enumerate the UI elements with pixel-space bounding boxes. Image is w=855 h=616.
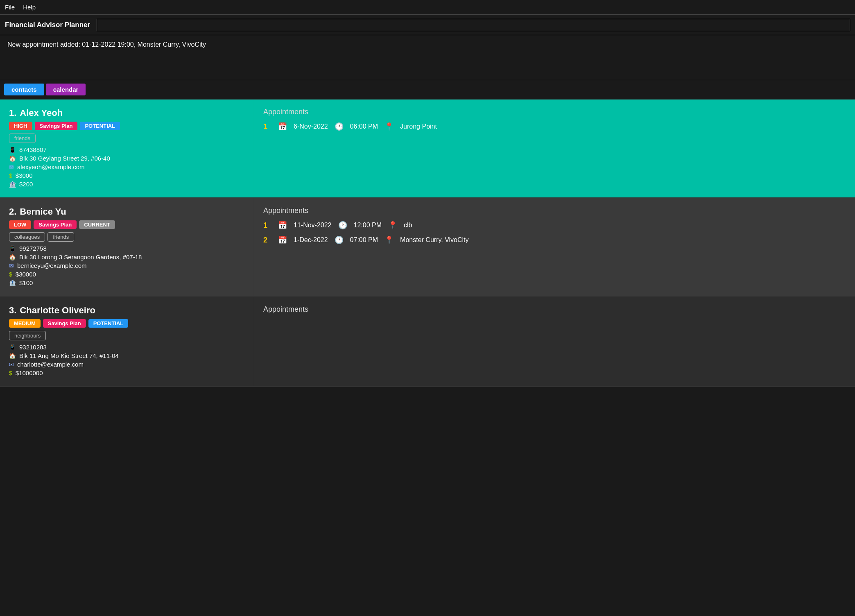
title-input[interactable]	[97, 19, 850, 31]
icon-email: ✉	[9, 263, 14, 269]
appt-time: 07:00 PM	[350, 236, 378, 244]
contact-info: 📱93210283🏠Blk 11 Ang Mo Kio Street 74, #…	[9, 344, 245, 376]
contact-info-row: 🏦$100	[9, 279, 245, 286]
appt-date: 1-Dec-2022	[294, 236, 328, 244]
contact-list: 1.Alex YeohHIGHSavings PlanPOTENTIALfrie…	[0, 100, 855, 387]
appt-num: 2	[263, 236, 271, 245]
badge-status: CURRENT	[79, 220, 115, 229]
badge-plan: Savings Plan	[43, 319, 86, 328]
tab-calendar[interactable]: calendar	[46, 84, 86, 95]
title-bar: Financial Advisor Planner	[0, 15, 855, 35]
contact-info-value: alexyeoh@example.com	[17, 163, 84, 170]
contact-name: 1.Alex Yeoh	[9, 108, 245, 118]
tabs-bar: contacts calendar	[0, 80, 855, 100]
calendar-icon: 📅	[278, 122, 287, 131]
badge-priority: LOW	[9, 220, 31, 229]
contact-info-value: Blk 11 Ang Mo Kio Street 74, #11-04	[19, 352, 119, 359]
contact-badges-primary: MEDIUMSavings PlanPOTENTIAL	[9, 319, 245, 328]
contact-badges-tags: friends	[9, 134, 245, 143]
icon-home: 🏠	[9, 353, 16, 359]
contact-info: 📱99272758🏠Blk 30 Lorong 3 Serangoon Gard…	[9, 245, 245, 286]
contact-right: Appointments 1 📅 11-Nov-2022 🕐 12:00 PM …	[254, 198, 855, 296]
contact-card: 3.Charlotte OliveiroMEDIUMSavings PlanPO…	[0, 297, 855, 387]
badge-tag: colleagues	[9, 232, 45, 242]
badge-tag: friends	[48, 232, 74, 242]
contact-info-row: ✉berniceyu@example.com	[9, 262, 245, 269]
appointments-title: Appointments	[263, 305, 846, 314]
contact-badges-tags: colleaguesfriends	[9, 232, 245, 242]
contact-info-value: $100	[19, 279, 33, 286]
icon-money: $	[9, 271, 12, 278]
location-icon: 📍	[388, 221, 397, 230]
app-title: Financial Advisor Planner	[5, 21, 90, 29]
appt-location: clb	[404, 222, 412, 229]
badge-status: POTENTIAL	[80, 122, 120, 130]
appt-num: 1	[263, 122, 271, 131]
contact-badges-primary: LOWSavings PlanCURRENT	[9, 220, 245, 229]
contact-info-row: 📱87438807	[9, 146, 245, 153]
clock-icon: 🕐	[335, 122, 344, 131]
badge-plan: Savings Plan	[35, 122, 78, 130]
contact-badges-primary: HIGHSavings PlanPOTENTIAL	[9, 122, 245, 130]
notification-message: New appointment added: 01-12-2022 19:00,…	[7, 41, 206, 48]
contact-info-row: $$3000	[9, 172, 245, 179]
notification-bar: New appointment added: 01-12-2022 19:00,…	[0, 35, 855, 80]
contact-left: 3.Charlotte OliveiroMEDIUMSavings PlanPO…	[0, 297, 254, 386]
contact-info-value: charlotte@example.com	[17, 361, 84, 368]
location-icon: 📍	[385, 122, 394, 131]
badge-status: POTENTIAL	[88, 319, 129, 328]
contact-left: 2.Bernice YuLOWSavings PlanCURRENTcollea…	[0, 198, 254, 296]
icon-email: ✉	[9, 164, 14, 170]
appt-time: 12:00 PM	[354, 222, 382, 229]
appt-date: 11-Nov-2022	[294, 222, 332, 229]
contact-info-value: Blk 30 Lorong 3 Serangoon Gardens, #07-1…	[19, 254, 142, 260]
menu-help[interactable]: Help	[23, 4, 36, 11]
contact-info-row: ✉alexyeoh@example.com	[9, 163, 245, 170]
contact-info-row: 🏠Blk 11 Ang Mo Kio Street 74, #11-04	[9, 352, 245, 359]
contact-info-value: berniceyu@example.com	[17, 262, 86, 269]
calendar-icon: 📅	[278, 236, 287, 245]
contact-info-row: 📱93210283	[9, 344, 245, 351]
contact-right: Appointments 1 📅 6-Nov-2022 🕐 06:00 PM 📍…	[254, 100, 855, 197]
contact-info-value: $1000000	[16, 369, 43, 376]
tab-contacts[interactable]: contacts	[4, 84, 44, 95]
appointment-row: 1 📅 6-Nov-2022 🕐 06:00 PM 📍 Jurong Point	[263, 122, 846, 131]
icon-savings: 🏦	[9, 280, 16, 286]
badge-priority: MEDIUM	[9, 319, 41, 328]
appt-location: Jurong Point	[400, 123, 437, 130]
contact-card: 2.Bernice YuLOWSavings PlanCURRENTcollea…	[0, 198, 855, 297]
location-icon: 📍	[385, 236, 394, 245]
appt-num: 1	[263, 221, 271, 230]
contact-info-value: $200	[19, 181, 33, 188]
badge-plan: Savings Plan	[34, 220, 77, 229]
contact-name: 2.Bernice Yu	[9, 206, 245, 217]
icon-money: $	[9, 370, 12, 376]
badge-tag: friends	[9, 134, 36, 143]
icon-phone: 📱	[9, 245, 16, 252]
contact-name: 3.Charlotte Oliveiro	[9, 305, 245, 316]
contact-info-value: 99272758	[19, 245, 47, 252]
contact-info-value: 93210283	[19, 344, 47, 351]
contact-right: Appointments	[254, 297, 855, 386]
icon-home: 🏠	[9, 155, 16, 162]
contact-info-row: ✉charlotte@example.com	[9, 361, 245, 368]
appointment-row: 1 📅 11-Nov-2022 🕐 12:00 PM 📍 clb	[263, 221, 846, 230]
contact-info-row: 📱99272758	[9, 245, 245, 252]
contact-badges-tags: neighbours	[9, 331, 245, 340]
contact-info-row: 🏠Blk 30 Geylang Street 29, #06-40	[9, 155, 245, 162]
clock-icon: 🕐	[335, 236, 344, 245]
badge-priority: HIGH	[9, 122, 32, 130]
contact-info-value: $3000	[16, 172, 33, 179]
menu-file[interactable]: File	[5, 4, 15, 11]
appointments-title: Appointments	[263, 108, 846, 116]
calendar-icon: 📅	[278, 221, 287, 230]
appointment-row: 2 📅 1-Dec-2022 🕐 07:00 PM 📍 Monster Curr…	[263, 236, 846, 245]
appointments-title: Appointments	[263, 206, 846, 215]
menu-bar: File Help	[0, 0, 855, 15]
contact-info: 📱87438807🏠Blk 30 Geylang Street 29, #06-…	[9, 146, 245, 188]
contact-info-value: $30000	[16, 271, 36, 278]
contact-info-row: 🏠Blk 30 Lorong 3 Serangoon Gardens, #07-…	[9, 254, 245, 260]
contact-info-value: 87438807	[19, 146, 47, 153]
icon-phone: 📱	[9, 344, 16, 351]
appt-location: Monster Curry, VivoCity	[400, 236, 468, 244]
